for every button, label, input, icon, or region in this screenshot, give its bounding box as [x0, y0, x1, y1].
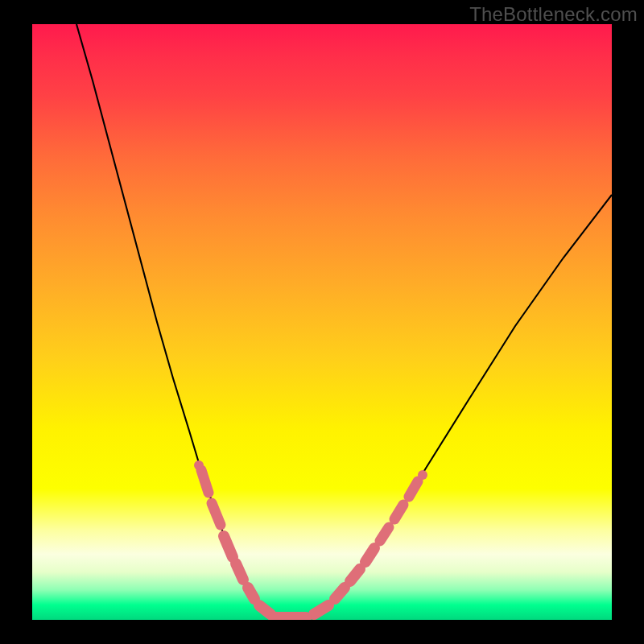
curve-beads — [194, 460, 427, 617]
svg-point-0 — [194, 460, 204, 470]
plot-area — [32, 24, 612, 620]
bottleneck-curve — [76, 24, 612, 617]
plot-svg — [32, 24, 612, 620]
svg-point-1 — [418, 470, 427, 480]
watermark-text: TheBottleneck.com — [469, 3, 638, 26]
chart-frame: TheBottleneck.com — [0, 0, 644, 644]
